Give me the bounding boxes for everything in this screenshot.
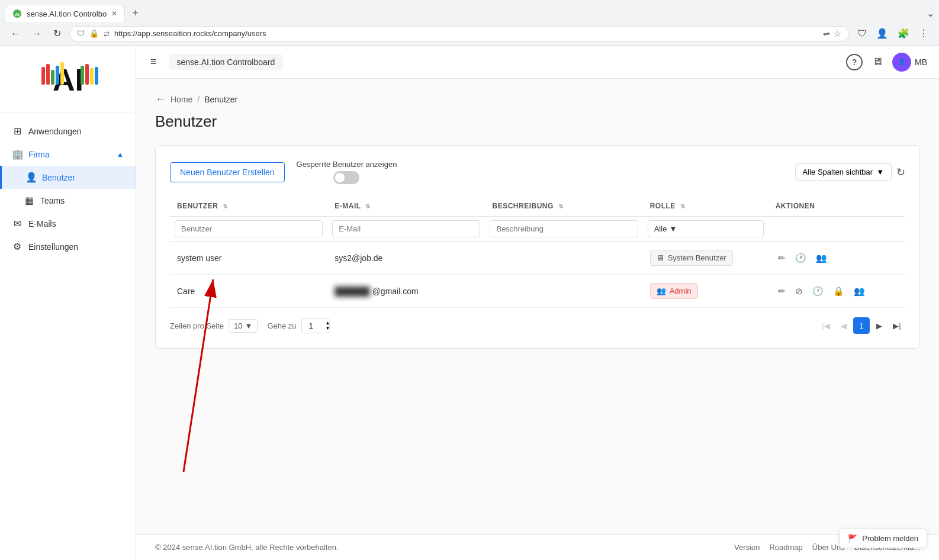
svg-rect-5 [51, 70, 54, 85]
shield-action-icon[interactable]: 🛡 [854, 26, 870, 41]
page-down-button[interactable]: ▼ [326, 326, 330, 331]
more-icon[interactable]: ⋮ [915, 25, 932, 41]
sidebar-item-benutzer[interactable]: 👤 Benutzer [0, 166, 136, 189]
forward-button[interactable]: → [28, 26, 45, 41]
back-button[interactable]: ← [7, 26, 24, 41]
actions-2: ✏ ⊘ 🕐 🔒 👥 [776, 284, 898, 299]
col-aktionen: AKTIONEN [768, 196, 905, 217]
flag-icon: 🚩 [848, 534, 857, 543]
filter-row: Alle ▼ [170, 217, 905, 242]
block-user-2-button[interactable]: ⊘ [793, 284, 805, 299]
rows-dropdown-icon: ▼ [245, 321, 253, 330]
rows-per-page-select[interactable]: 10 ▼ [229, 319, 258, 333]
filter-cell-rolle: Alle ▼ [643, 217, 768, 242]
svg-rect-4 [46, 64, 50, 85]
role-icon-2: 👥 [657, 287, 666, 295]
assign-teams-user-1-button[interactable]: 👥 [813, 250, 829, 266]
extensions-icon[interactable]: 🧩 [894, 25, 913, 41]
history-user-1-button[interactable]: 🕐 [793, 250, 809, 266]
sort-icon-email[interactable]: ⇅ [365, 203, 371, 210]
role-icon-1: 🖥 [657, 253, 664, 262]
roadmap-link[interactable]: Roadmap [769, 543, 802, 552]
filter-rolle-select[interactable]: Alle ▼ [648, 220, 764, 237]
users-table: BENUTZER ⇅ E-MAIL ⇅ BESCHREIBUNG [170, 196, 905, 308]
sidebar-label-einstellungen: Einstellungen [28, 242, 78, 252]
column-select-section: Alle Spalten sichtbar ▼ ↻ [795, 163, 905, 181]
new-tab-button[interactable]: + [127, 5, 143, 22]
mail-icon: ✉ [12, 218, 22, 229]
browser-chrome: AI sense.AI.tion Controlbo ✕ + ⌄ ← → ↻ 🛡… [0, 0, 939, 46]
avatar-icon: 👤 [898, 59, 905, 65]
sort-icon-benutzer[interactable]: ⇅ [223, 203, 228, 210]
assign-teams-user-2-button[interactable]: 👥 [851, 284, 867, 299]
pagination: Zeilen pro Seite 10 ▼ Gehe zu ▲ ▼ [170, 317, 905, 334]
gear-icon: ⚙ [12, 241, 22, 252]
problem-report-button[interactable]: 🚩 Problem melden [839, 529, 927, 548]
sidebar-nav: ⊞ Anwendungen 🏢 Firma ▲ 👤 Benutzer ▦ Tea… [0, 112, 136, 560]
page-up-button[interactable]: ▲ [326, 321, 330, 326]
user-email-2: ██████ [335, 287, 370, 296]
tab-close-button[interactable]: ✕ [111, 9, 117, 18]
help-button[interactable]: ? [846, 54, 863, 70]
sidebar-item-einstellungen[interactable]: ⚙ Einstellungen [0, 235, 136, 258]
menu-toggle-button[interactable]: ≡ [148, 53, 159, 70]
svg-rect-3 [41, 67, 45, 85]
svg-rect-6 [56, 66, 59, 85]
back-breadcrumb-button[interactable]: ← [155, 93, 166, 105]
tab-favicon: AI [12, 9, 22, 18]
bookmark-icon[interactable]: ☆ [834, 29, 841, 38]
header-row: BENUTZER ⇅ E-MAIL ⇅ BESCHREIBUNG [170, 196, 905, 217]
blocked-users-toggle[interactable] [333, 171, 359, 184]
filter-cell-benutzer [170, 217, 327, 242]
lock-user-2-button[interactable]: 🔒 [831, 284, 847, 299]
goto-value-input[interactable] [307, 321, 324, 330]
role-badge-2: 👥 Admin [650, 283, 698, 299]
filter-email-input[interactable] [332, 220, 480, 237]
column-select-label: Alle Spalten sichtbar [803, 168, 873, 176]
lock-icon: 🔒 [89, 29, 99, 38]
sidebar-item-firma[interactable]: 🏢 Firma ▲ [0, 143, 136, 166]
header-app-title: sense.AI.tion Controlboard [169, 54, 284, 70]
filter-benutzer-input[interactable] [175, 220, 323, 237]
profile-icon[interactable]: 👤 [873, 25, 892, 41]
page-content: ← Home / Benutzer Benutzer Neuen Benutze… [136, 79, 939, 534]
breadcrumb-home-link[interactable]: Home [171, 95, 192, 104]
tab-bar: AI sense.AI.tion Controlbo ✕ + ⌄ [0, 0, 939, 22]
breadcrumb-current: Benutzer [204, 95, 237, 104]
sort-icon-beschreibung[interactable]: ⇅ [558, 203, 564, 210]
sort-icon-rolle[interactable]: ⇅ [680, 203, 686, 210]
user-name-2: Care [177, 287, 195, 296]
next-page-button[interactable]: ▶ [871, 317, 887, 334]
first-page-button[interactable]: |◀ [818, 317, 834, 334]
prev-page-button[interactable]: ◀ [835, 317, 852, 334]
tab-overflow-button[interactable]: ⌄ [927, 8, 934, 19]
create-user-button[interactable]: Neuen Benutzer Erstellen [170, 162, 285, 182]
translate-icon[interactable]: ⇌ [823, 29, 830, 38]
table-row: Care ██████ @gmail.com [170, 275, 905, 308]
active-tab[interactable]: AI sense.AI.tion Controlbo ✕ [5, 5, 125, 22]
logo-image: AI [36, 55, 101, 102]
column-visibility-dropdown[interactable]: Alle Spalten sichtbar ▼ [795, 163, 892, 181]
reload-button[interactable]: ↻ [50, 25, 65, 41]
refresh-button[interactable]: ↻ [896, 166, 905, 179]
url-actions: ⇌ ☆ [823, 29, 841, 38]
sidebar-item-teams[interactable]: ▦ Teams [0, 189, 136, 212]
sidebar-label-emails: E-Mails [28, 219, 56, 228]
sidebar-item-anwendungen[interactable]: ⊞ Anwendungen [0, 120, 136, 143]
filter-beschreibung-input[interactable] [490, 220, 638, 237]
last-page-button[interactable]: ▶| [889, 317, 905, 334]
footer-copyright: © 2024 sense.AI.tion GmbH, alle Rechte v… [155, 543, 338, 552]
display-button[interactable]: 🖥 [872, 56, 883, 68]
cell-email-1: sys2@job.de [327, 242, 485, 275]
goto-page-input[interactable]: ▲ ▼ [301, 318, 330, 333]
url-bar[interactable]: 🛡 🔒 ⇄ https://app.senseaition.rocks/comp… [69, 26, 849, 41]
version-link[interactable]: Version [734, 543, 760, 552]
page-1-button[interactable]: 1 [853, 317, 870, 334]
history-user-2-button[interactable]: 🕐 [810, 284, 826, 299]
edit-user-1-button[interactable]: ✏ [776, 250, 788, 266]
edit-user-2-button[interactable]: ✏ [776, 284, 788, 299]
person-icon: 👤 [25, 172, 36, 183]
rows-per-page-value: 10 [234, 321, 242, 330]
toggle-slider [333, 171, 359, 184]
sidebar-item-emails[interactable]: ✉ E-Mails [0, 212, 136, 235]
